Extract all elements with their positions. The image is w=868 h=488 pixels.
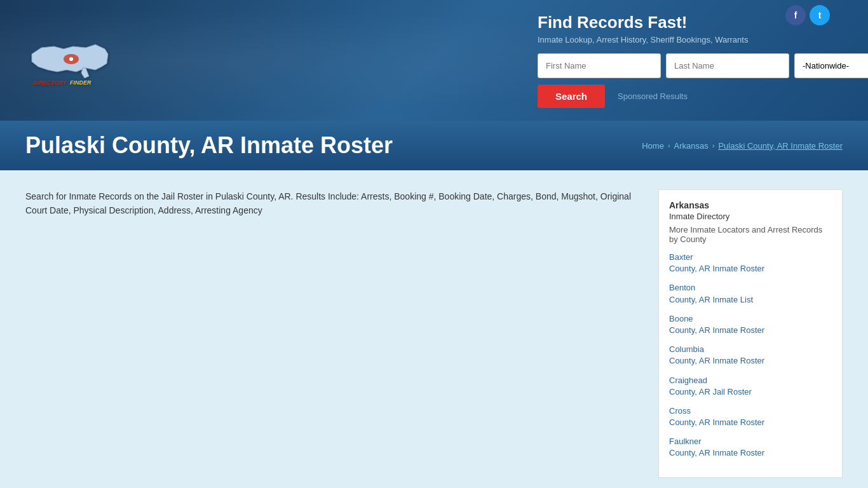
sidebar-link-boone[interactable]: BooneCounty, AR Inmate Roster bbox=[669, 313, 832, 336]
svg-text:FINDER: FINDER bbox=[70, 79, 92, 86]
sidebar-link-benton[interactable]: BentonCounty, AR Inmate List bbox=[669, 282, 832, 305]
breadcrumb-current: Pulaski County, AR Inmate Roster bbox=[718, 141, 843, 151]
svg-marker-1 bbox=[81, 68, 89, 78]
search-button[interactable]: Search bbox=[538, 85, 605, 108]
svg-point-3 bbox=[69, 57, 73, 61]
sidebar-more-title: More Inmate Locators and Arrest Records … bbox=[669, 225, 832, 244]
breadcrumb-separator-1: › bbox=[668, 142, 670, 149]
header: DIRECTORY FINDER Find Records Fast! Inma… bbox=[0, 0, 868, 121]
content-wrapper: Search for Inmate Records on the Jail Ro… bbox=[0, 170, 868, 488]
logo-area: DIRECTORY FINDER bbox=[25, 35, 114, 86]
sidebar: Arkansas Inmate Directory More Inmate Lo… bbox=[658, 189, 843, 478]
page-wrapper: DIRECTORY FINDER Find Records Fast! Inma… bbox=[0, 0, 868, 488]
sidebar-links: BaxterCounty, AR Inmate Roster BentonCou… bbox=[669, 252, 832, 459]
page-title: Pulaski County, AR Inmate Roster bbox=[25, 132, 393, 159]
nationwide-select[interactable]: -Nationwide- bbox=[794, 53, 868, 78]
social-bar: f t bbox=[785, 5, 830, 25]
sidebar-state-title: Arkansas bbox=[669, 200, 832, 210]
main-content: Search for Inmate Records on the Jail Ro… bbox=[25, 189, 658, 231]
sidebar-link-cross[interactable]: CrossCounty, AR Inmate Roster bbox=[669, 405, 832, 428]
sidebar-link-craighead[interactable]: CraigheadCounty, AR Jail Roster bbox=[669, 375, 832, 398]
svg-text:DIRECTORY: DIRECTORY bbox=[33, 79, 67, 86]
header-subtitle: Inmate Lookup, Arrest History, Sheriff B… bbox=[538, 35, 843, 44]
sidebar-link-baxter[interactable]: BaxterCounty, AR Inmate Roster bbox=[669, 252, 832, 274]
twitter-icon[interactable]: t bbox=[810, 5, 830, 25]
last-name-input[interactable] bbox=[666, 53, 789, 78]
first-name-input[interactable] bbox=[538, 53, 661, 78]
search-actions: Search Sponsored Results bbox=[538, 85, 843, 108]
facebook-icon[interactable]: f bbox=[785, 5, 806, 25]
sidebar-link-columbia[interactable]: ColumbiaCounty, AR Inmate Roster bbox=[669, 344, 832, 367]
description-text: Search for Inmate Records on the Jail Ro… bbox=[25, 189, 639, 218]
breadcrumb-home[interactable]: Home bbox=[642, 141, 664, 151]
sidebar-directory-subtitle: Inmate Directory bbox=[669, 212, 832, 221]
logo-map: DIRECTORY FINDER bbox=[25, 35, 114, 86]
search-area: Find Records Fast! Inmate Lookup, Arrest… bbox=[538, 13, 843, 108]
breadcrumb-separator-2: › bbox=[712, 142, 715, 149]
sponsored-label: Sponsored Results bbox=[618, 92, 688, 101]
breadcrumb-state[interactable]: Arkansas bbox=[674, 141, 709, 151]
breadcrumb: Home › Arkansas › Pulaski County, AR Inm… bbox=[642, 141, 843, 151]
search-inputs: -Nationwide- bbox=[538, 53, 843, 78]
sidebar-link-faulkner[interactable]: FaulknerCounty, AR Inmate Roster bbox=[669, 436, 832, 459]
title-bar: Pulaski County, AR Inmate Roster Home › … bbox=[0, 121, 868, 170]
